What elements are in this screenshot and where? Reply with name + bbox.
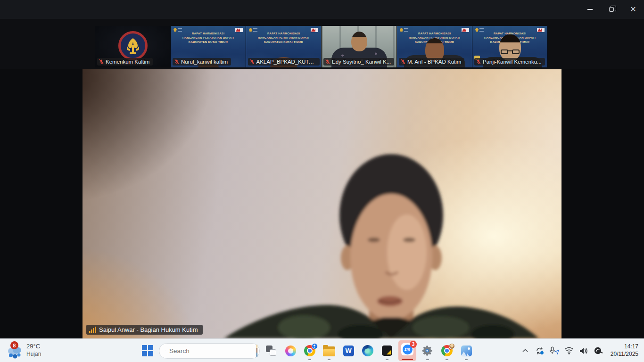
notes-app-button[interactable] xyxy=(379,340,395,361)
running-indicator xyxy=(446,359,448,360)
participant-name: Nurul_kanwil kaltim xyxy=(181,59,228,65)
participant-name: AKLAP_BPKAD_KUTAI ... xyxy=(256,59,316,65)
search-input[interactable] xyxy=(169,347,253,354)
participant-face xyxy=(351,32,367,51)
ministry-mini-logo xyxy=(249,28,257,32)
glasses xyxy=(501,49,520,54)
taskbar-search[interactable] xyxy=(159,343,260,359)
mic-location-tray-icon[interactable] xyxy=(549,345,560,357)
muted-mic-icon xyxy=(99,59,104,65)
minimize-button[interactable] xyxy=(579,0,601,19)
gallery-band: Kemenkum Kaltim RAPAT HARMONISASIRANCANG… xyxy=(0,19,644,69)
sync-icon xyxy=(535,346,545,355)
weather-widget[interactable]: 8 29°C Hujan xyxy=(4,341,44,360)
running-indicator xyxy=(308,359,311,360)
signal-bars-icon xyxy=(89,327,96,333)
edge-icon xyxy=(362,345,373,356)
zoom-app-button-active[interactable]: zm 3 xyxy=(398,340,416,361)
muted-mic-icon xyxy=(325,59,330,65)
chrome-icon xyxy=(441,345,453,356)
running-indicator xyxy=(386,359,388,360)
taskbar-clock[interactable]: 14:17 20/11/2025 xyxy=(608,342,641,359)
dark-app-icon xyxy=(382,346,392,356)
participant-name: Kemenkum Kaltim xyxy=(106,59,149,65)
clock-time: 14:17 xyxy=(624,343,638,351)
chrome-profile1-button[interactable] xyxy=(302,340,318,361)
speaker-name-chip: Saipul Anwar - Bagian Hukum Kutim xyxy=(86,325,203,335)
participant-name-chip: AKLAP_BPKAD_KUTAI ... xyxy=(248,58,320,66)
ministry-mini-logo xyxy=(475,28,484,32)
running-indicator xyxy=(328,359,330,360)
running-indicator xyxy=(465,359,468,360)
speaker-icon xyxy=(579,347,588,355)
system-tray: 14:17 20/11/2025 xyxy=(520,339,641,362)
taskbar-center: W zm 3 xyxy=(140,339,474,362)
participant-tile-nurul[interactable]: RAPAT HARMONISASIRANCANGAN PERATURAN BUP… xyxy=(171,26,246,67)
weather-text: 29°C Hujan xyxy=(26,343,41,358)
restore-button[interactable] xyxy=(601,0,622,19)
photos-button[interactable] xyxy=(458,340,474,361)
file-explorer-icon xyxy=(323,346,335,356)
active-app-indicator xyxy=(402,359,413,361)
speaker-name: Saipul Anwar - Bagian Hukum Kutim xyxy=(99,326,198,333)
restore-icon xyxy=(609,7,614,12)
speaker-silhouette xyxy=(83,69,561,338)
task-view-button[interactable] xyxy=(263,340,279,361)
window-titlebar: ✕ xyxy=(0,0,644,19)
volume-tray-icon[interactable] xyxy=(578,345,589,357)
participant-name-chip: M. Arif - BPKAD Kutim xyxy=(399,58,464,66)
participant-tile-panji[interactable]: RAPAT HARMONISASIRANCANGAN PERATURAN BUP… xyxy=(472,26,548,67)
close-button[interactable]: ✕ xyxy=(622,0,644,19)
search-daily-image xyxy=(256,345,257,357)
file-explorer-button[interactable] xyxy=(321,340,337,361)
weather-rain-icon: 8 xyxy=(7,342,23,359)
participant-tile-kemenkum-kaltim[interactable]: Kemenkum Kaltim xyxy=(95,26,171,67)
ministry-mini-logo xyxy=(173,28,182,32)
participant-tile-edy-suyitno[interactable]: Edy Suyitno_ Kanwil K... xyxy=(322,26,397,67)
pen-tray-icon[interactable] xyxy=(593,345,603,357)
muted-mic-icon xyxy=(250,59,254,65)
participant-face xyxy=(499,34,521,61)
zoom-notification-badge: 3 xyxy=(410,341,417,348)
muted-mic-icon xyxy=(401,59,405,65)
start-button[interactable] xyxy=(140,340,156,361)
zoom-icon: zm 3 xyxy=(401,343,413,355)
hidden-icons-chevron[interactable] xyxy=(520,345,530,357)
participant-filmstrip: Kemenkum Kaltim RAPAT HARMONISASIRANCANG… xyxy=(95,26,548,67)
meeting-banner-text: RAPAT HARMONISASIRANCANGAN PERATURAN BUP… xyxy=(171,32,246,44)
participant-name: M. Arif - BPKAD Kutim xyxy=(407,59,461,65)
task-view-icon xyxy=(266,346,276,356)
participant-name: Panji-Kanwil Kemenku... xyxy=(483,59,542,65)
photos-icon xyxy=(461,346,472,356)
active-speaker-video: Saipul Anwar - Bagian Hukum Kutim xyxy=(83,69,561,338)
weather-condition: Hujan xyxy=(26,351,41,358)
chrome-profile-badge xyxy=(449,343,455,349)
muted-mic-icon xyxy=(476,59,481,65)
update-sync-tray-icon[interactable] xyxy=(535,345,545,357)
search-icon xyxy=(165,347,165,354)
word-button[interactable]: W xyxy=(340,340,356,361)
minimize-icon xyxy=(587,9,593,10)
clock-date: 20/11/2025 xyxy=(611,351,638,358)
edge-button[interactable] xyxy=(360,340,376,361)
wifi-icon xyxy=(564,347,574,354)
settings-button[interactable] xyxy=(420,340,436,361)
running-indicator xyxy=(426,359,429,360)
chrome-profile2-button[interactable] xyxy=(439,340,455,361)
participant-name-chip: Nurul_kanwil kaltim xyxy=(173,58,231,66)
kemenkumham-logo xyxy=(118,31,148,60)
meeting-banner-text: RAPAT HARMONISASIRANCANGAN PERATURAN BUP… xyxy=(246,32,321,44)
muted-mic-icon xyxy=(174,59,179,65)
chrome-profile-badge xyxy=(312,343,318,349)
ministry-mini-logo xyxy=(400,28,408,32)
gear-icon xyxy=(422,345,433,356)
participant-tile-aklap[interactable]: RAPAT HARMONISASIRANCANGAN PERATURAN BUP… xyxy=(246,26,322,67)
wifi-tray-icon[interactable] xyxy=(564,345,574,357)
participant-tile-m-arif[interactable]: RAPAT HARMONISASIRANCANGAN PERATURAN BUP… xyxy=(397,26,472,67)
chrome-icon xyxy=(304,345,315,356)
copilot-icon xyxy=(285,346,296,356)
participant-name-chip: Kemenkum Kaltim xyxy=(97,58,153,66)
copilot-button[interactable] xyxy=(282,340,298,361)
widgets-notification-badge: 8 xyxy=(10,341,18,349)
windows-taskbar: 8 29°C Hujan xyxy=(0,338,644,362)
